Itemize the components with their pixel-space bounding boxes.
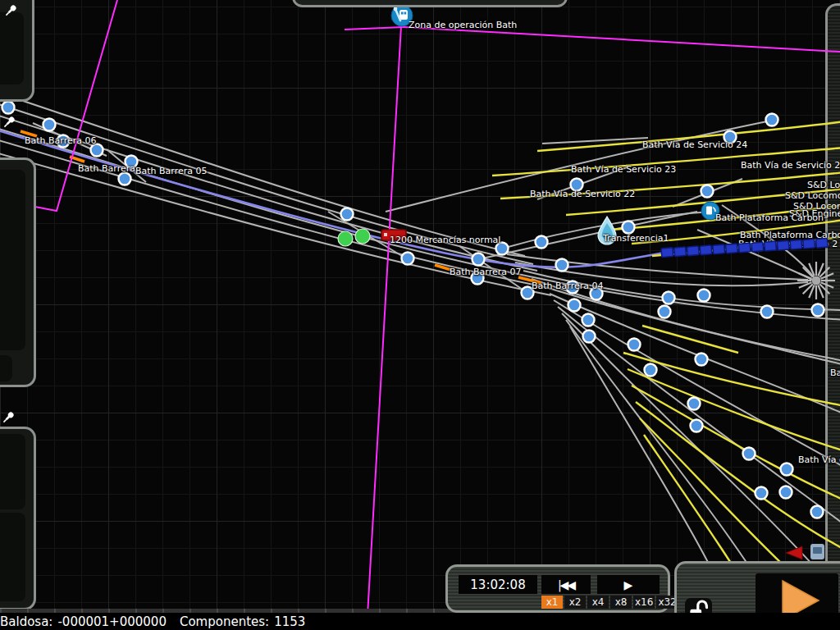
map-label[interactable]: Bath Vía de Servicio 22	[530, 189, 635, 199]
components-label: Componentes:	[180, 614, 269, 629]
pushpin-icon[interactable]	[3, 3, 18, 18]
time-toolbar: 13:02:08 |◀◀ ▶ x1x2x4x8x16x32	[445, 564, 670, 613]
speed-button[interactable]: x8	[610, 596, 632, 609]
map-label[interactable]: Transferencia1	[603, 233, 669, 244]
map-label[interactable]: Bath Vía de Servicio 21	[741, 160, 840, 171]
map-label[interactable]: Bath Barrera	[78, 163, 135, 174]
skip-back-icon: |◀◀	[558, 578, 574, 591]
map-label[interactable]: Bath Vía de	[798, 454, 840, 465]
speed-button[interactable]: x4	[587, 596, 609, 609]
status-bar: Baldosa: -000001+000000 Componentes: 115…	[0, 613, 840, 630]
map-label[interactable]: Bath Barrera 04	[532, 281, 604, 291]
left-side-panel-3[interactable]	[0, 427, 36, 610]
top-panel[interactable]	[292, 0, 568, 7]
map-label[interactable]: S&D Loc	[807, 180, 840, 190]
skip-back-button[interactable]: |◀◀	[541, 575, 591, 594]
clock-display: 13:02:08	[459, 575, 537, 594]
map-label[interactable]: Bath Vía de Servicio 24	[642, 139, 747, 150]
speed-button[interactable]: x2	[564, 596, 586, 609]
map-labels-layer: Zona de operación BathBath Barrera 06Bat…	[0, 0, 840, 630]
clock-time: 13:02:08	[470, 578, 525, 592]
simulation-viewport: Zona de operación BathBath Barrera 06Bat…	[0, 0, 840, 630]
tile-value: -000001+000000	[57, 614, 167, 629]
components-value: 1153	[274, 614, 305, 629]
speed-button[interactable]: x16	[633, 596, 655, 609]
map-label[interactable]: 1200 Mercancías normal	[390, 235, 500, 245]
play-icon: ▶	[624, 578, 633, 591]
left-side-panel-2[interactable]	[0, 158, 36, 387]
map-label[interactable]: Bath Vía de Servicio 2	[738, 239, 838, 249]
map-label[interactable]: Bath Vía de Servicio 23	[571, 164, 676, 175]
pushpin-icon[interactable]	[2, 115, 16, 130]
map-label[interactable]: Bath	[830, 368, 840, 378]
tile-label: Baldosa:	[0, 614, 52, 629]
speed-selector: x1x2x4x8x16x32	[541, 596, 678, 609]
map-label[interactable]: Bath Barrera 05	[135, 166, 208, 176]
speed-button[interactable]: x1	[541, 596, 563, 609]
map-label[interactable]: Bath Barrera 07	[450, 267, 522, 277]
map-label[interactable]: S&D Locomot	[785, 190, 840, 201]
map-label[interactable]: Zona de operación Bath	[409, 20, 517, 30]
map-label[interactable]: Bath Plataforma Carbon	[715, 212, 824, 223]
map-label[interactable]: Bath Barrera 06	[25, 135, 97, 146]
pushpin-icon[interactable]	[1, 410, 16, 425]
play-pause-button[interactable]: ▶	[597, 575, 660, 594]
